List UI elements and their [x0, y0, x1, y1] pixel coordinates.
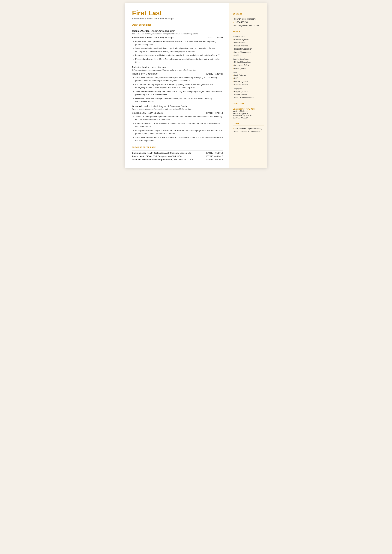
skill-incident-investigation: Incident Investigation	[233, 48, 264, 50]
languages-label: Languages:	[233, 87, 264, 90]
main-content: First Last Environmental Health and Safe…	[125, 3, 229, 168]
contact-address-text: Norwich, United Kingdom	[234, 18, 255, 20]
candidate-name: First Last	[132, 9, 223, 17]
job-2-desc: Offers compliance management, due dilige…	[132, 69, 223, 71]
prev-exp-date-3: 09/2014 – 05/2015	[206, 158, 223, 161]
sidebar-skills-divider	[233, 34, 264, 34]
skill-ppe: PPE	[233, 77, 264, 80]
work-experience-heading: WORK EXPERIENCE	[132, 24, 223, 26]
list-item: Managed an annual budget of $350K for 11…	[135, 129, 223, 135]
job-3-desc: Ensures organizations remain compliant, …	[132, 108, 223, 110]
header: First Last Environmental Health and Safe…	[132, 9, 223, 20]
job-2-company-location: London, United Kingdom	[142, 66, 166, 68]
sidebar-skills-heading: SKILLS	[233, 30, 264, 32]
list-item: Introduced behavior-based initiatives th…	[135, 54, 223, 57]
list-item: Executed and supervised 11+ safety train…	[135, 58, 223, 64]
job-3-title: Environmental Health Specialist	[132, 112, 163, 114]
skill-industrial-safety: Industrial safety	[233, 42, 264, 44]
sidebar: CONTACT Norwich, United Kingdom +1-234-4…	[229, 3, 267, 168]
skill-workplace-safety: Workplace Safety	[233, 64, 264, 67]
prev-exp-left-3: Graduate Research Assistant (Internship)…	[132, 158, 193, 161]
job-3-company-location: London, United Kingdom & Barcelona, Spai…	[143, 105, 187, 108]
prev-bold-3: Graduate Research Assistant (Internship)…	[132, 158, 173, 161]
job-1-date: 01/2021 – Present	[206, 36, 223, 39]
job-2: Polyhire, London, United Kingdom Offers …	[132, 66, 223, 103]
candidate-title: Environmental Health and Safety Manager	[132, 17, 223, 20]
prev-bold-2: Public Health Officer,	[132, 155, 153, 157]
prev-exp-date-1: 06/2017 – 05/2018	[206, 152, 223, 154]
skill-fire-extinguisher: Fire extinguisher	[233, 80, 264, 83]
job-2-title-row: Health Safety Coordinator 08/2019 – 12/2…	[132, 72, 223, 75]
job-3-title-row: Environmental Health Specialist 06/2018 …	[132, 112, 223, 114]
prev-bold-1: Environmental Health Technician,	[132, 152, 165, 154]
list-item: Spearheaded safety audits of RW's organi…	[135, 47, 223, 53]
other-item-2: HSE Certificate of Competency	[233, 131, 264, 133]
edu-degree: Master of Science	[233, 110, 264, 112]
list-item: Trained 30 emergency response team membe…	[135, 115, 223, 121]
skill-ohsas: OHSAS Regulations	[233, 61, 264, 64]
edu-school-name: University of New York	[233, 108, 264, 110]
skill-particle-counter: Particle Counter	[233, 84, 264, 86]
divider-work	[132, 28, 223, 28]
contact-address: Norwich, United Kingdom	[233, 18, 264, 21]
education-entry-1: University of New York Master of Science…	[233, 108, 264, 119]
previous-experience-heading: PREVIOUS EXPERIENCE	[132, 146, 223, 148]
job-3-company-name: Growthsi,	[132, 105, 142, 108]
job-1-desc: Provides health services, environment ma…	[132, 33, 223, 35]
skill-english: English (Native)	[233, 91, 264, 93]
edu-location: New York City, New York	[233, 114, 264, 117]
list-item: Spearheaded re-establishing the safety l…	[135, 90, 223, 96]
contact-email: first.last@resumeworded.com	[233, 24, 264, 27]
edu-field: Industrial Hygiene	[233, 112, 264, 114]
prev-exp-date-2: 06/2015 – 05/2017	[206, 155, 223, 157]
job-2-title: Health Safety Coordinator	[132, 72, 158, 75]
job-3-bullets: Trained 30 emergency response team membe…	[132, 115, 223, 142]
list-item: Coordinated monthly inspection of emerge…	[135, 83, 223, 89]
contact-phone-text: +1-234-456-789	[234, 21, 248, 23]
job-3-date: 06/2018 – 07/2019	[206, 112, 223, 114]
prev-exp-left-2: Public Health Officer, XYZ Company, New …	[132, 155, 182, 157]
other-item-1: Safety Trained Supervisor (2022)	[233, 127, 264, 130]
sidebar-education-heading: EDUCATION	[233, 103, 264, 105]
sidebar-other-divider	[233, 126, 264, 126]
prev-exp-row-3: Graduate Research Assistant (Internship)…	[132, 158, 223, 161]
skill-risk-management: Risk Management	[233, 38, 264, 41]
contact-phone: +1-234-456-789	[233, 21, 264, 24]
list-item: Implemented new operational techniques t…	[135, 40, 223, 46]
resume-wrapper: First Last Environmental Health and Safe…	[125, 3, 267, 168]
previous-experience-list: Environmental Health Technician, ABC Com…	[132, 152, 223, 161]
tools-label: Tools:	[233, 71, 264, 74]
job-1-bullets: Implemented new operational techniques t…	[132, 40, 223, 64]
job-1-company-row: Resume Worded, London, United Kingdom	[132, 29, 223, 32]
sidebar-other-heading: OTHER	[233, 122, 264, 124]
prev-exp-row-2: Public Health Officer, XYZ Company, New …	[132, 155, 223, 157]
skill-korean: Korean (Native)	[233, 94, 264, 96]
skill-waste-management: Waste Management	[233, 51, 264, 54]
skill-hazard-analysis: Hazard Analysis	[233, 45, 264, 47]
industry-skills-label: Industry Knowledge:	[233, 58, 264, 60]
skill-leak-detector: Leak Detector	[233, 74, 264, 77]
job-3: Growthsi, London, United Kingdom & Barce…	[132, 105, 223, 142]
job-3-company-row: Growthsi, London, United Kingdom & Barce…	[132, 105, 223, 108]
job-1-title: Environmental Health and Safety Manager	[132, 36, 174, 39]
sidebar-contact-heading: CONTACT	[233, 13, 264, 15]
skill-water-quality: Water Quality	[233, 67, 264, 70]
list-item: Supervised the operations of 19+ wastewa…	[135, 136, 223, 142]
job-1-title-row: Environmental Health and Safety Manager …	[132, 36, 223, 39]
list-item: Developed proactive strategies to addres…	[135, 97, 223, 103]
sidebar-education-divider	[233, 106, 264, 106]
job-2-bullets: Supervised 20+ machinery and safety equi…	[132, 76, 223, 103]
job-1-company-name: Resume Worded,	[132, 30, 150, 32]
job-2-company-row: Polyhire, London, United Kingdom	[132, 66, 223, 69]
edu-dates: 10/2011 - 08/2014	[233, 117, 264, 119]
job-2-company-name: Polyhire,	[132, 66, 141, 68]
list-item: Supervised 20+ machinery and safety equi…	[135, 76, 223, 82]
contact-email-text: first.last@resumeworded.com	[234, 24, 259, 27]
job-1-company-location: London, United Kingdom	[151, 30, 175, 32]
prev-exp-left-1: Environmental Health Technician, ABC Com…	[132, 152, 191, 154]
skill-hindu: Hindu (Conversational)	[233, 97, 264, 99]
skill-auditing: Auditing	[233, 54, 264, 57]
job-2-date: 08/2019 – 12/2020	[206, 73, 223, 75]
prev-exp-row-1: Environmental Health Technician, ABC Com…	[132, 152, 223, 154]
job-1: Resume Worded, London, United Kingdom Pr…	[132, 29, 223, 64]
